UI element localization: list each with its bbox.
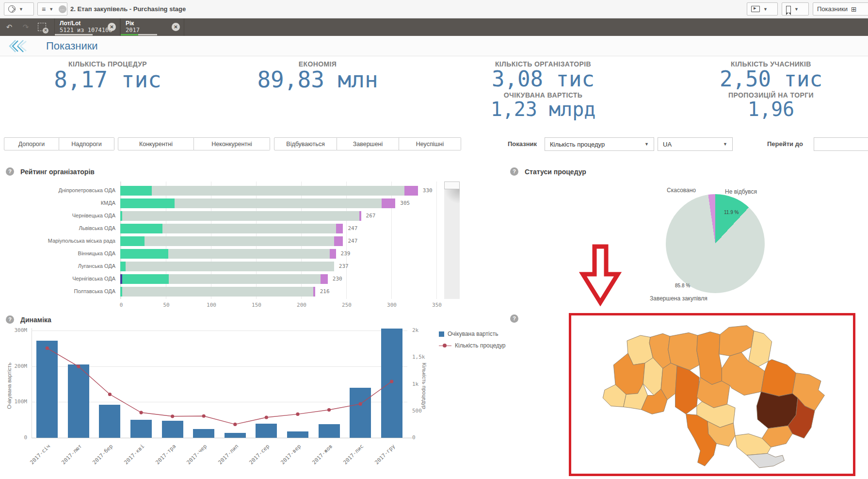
bar-segment-purple[interactable]	[404, 186, 418, 196]
combo-line-point	[327, 408, 331, 412]
rating-chart-scrollbar[interactable]	[444, 182, 460, 299]
bar[interactable]	[120, 236, 343, 246]
help-icon[interactable]: ?	[510, 314, 518, 323]
bar[interactable]	[120, 211, 361, 221]
clear-x-icon: ✕	[43, 28, 48, 33]
bar[interactable]	[120, 224, 343, 233]
x-axis-tick: 200	[296, 302, 307, 308]
x-axis-tick: 50	[161, 302, 172, 308]
bar-segment-green[interactable]	[120, 186, 152, 196]
filter-nadporohy[interactable]: Надпороги	[59, 137, 114, 150]
combo-bar[interactable]	[193, 429, 214, 438]
filter-nekonkurentni[interactable]: Неконкурентні	[194, 137, 270, 150]
region-select[interactable]: UA ▼	[658, 137, 733, 151]
legend-item-expected-value[interactable]: Очікувана вартість	[439, 330, 498, 337]
metric-select[interactable]: Кількість процедур ▼	[545, 137, 654, 151]
x-axis-label: 2017-кві	[116, 443, 146, 473]
combo-bar[interactable]	[68, 364, 89, 438]
selection-progress	[55, 34, 93, 35]
bar-segment-green[interactable]	[122, 274, 169, 284]
goto-input[interactable]	[814, 137, 868, 151]
combo-bar[interactable]	[256, 424, 277, 438]
left-axis-tick: 0	[4, 434, 27, 441]
bar[interactable]	[120, 274, 328, 284]
bar[interactable]	[120, 262, 334, 271]
storytelling-button[interactable]: ▼	[747, 2, 778, 16]
combo-bar[interactable]	[225, 433, 246, 438]
left-axis-tick: 100M	[4, 398, 27, 405]
pie-label-completed: Завершена закупівля	[650, 295, 707, 302]
x-axis-label: 2017-жов	[304, 443, 334, 473]
combo-bar[interactable]	[287, 431, 308, 438]
status-pie[interactable]	[666, 194, 765, 293]
filter-dopotohy[interactable]: Допороги	[4, 137, 59, 150]
bar-row-label: Чернігівська ОДА	[0, 276, 115, 281]
combo-line-point	[265, 415, 268, 419]
x-axis-label: 2017-гру	[366, 443, 396, 473]
combo-line-point	[233, 423, 237, 426]
map-region-kyivobl[interactable]	[697, 332, 722, 385]
bar-segment-green[interactable]	[120, 262, 126, 271]
bar-segment-purple[interactable]	[382, 198, 395, 208]
bar-segment-purple[interactable]	[313, 287, 315, 297]
filter-konkurentni[interactable]: Конкурентні	[118, 137, 194, 150]
selection-forward-icon[interactable]: ↷	[19, 21, 32, 33]
combo-bar[interactable]	[99, 405, 120, 438]
bar-segment-green[interactable]	[120, 249, 168, 259]
bookmarks-button[interactable]: ▼	[782, 2, 809, 16]
ukraine-choropleth-map[interactable]	[578, 318, 848, 473]
help-icon[interactable]: ?	[6, 167, 14, 176]
filter-neuspishni[interactable]: Неуспішні	[399, 137, 461, 150]
app-info-icon[interactable]: …	[59, 5, 66, 13]
remove-selection-icon[interactable]: ✕	[108, 23, 116, 31]
map-region-vinn[interactable]	[675, 366, 700, 414]
bar-segment-green[interactable]	[120, 198, 175, 208]
scrollbar-thumb[interactable]	[444, 182, 460, 189]
bar-segment-green[interactable]	[120, 211, 122, 221]
map-region-chernihiv[interactable]	[719, 326, 754, 356]
bar-segment-green[interactable]	[120, 236, 145, 246]
dynamics-chart-title: Динаміка	[20, 316, 51, 324]
bar-value: 216	[320, 288, 330, 295]
x-axis-tick: 150	[251, 302, 262, 308]
selection-field: Лот/Lot	[60, 20, 80, 27]
x-axis-label: 2017-вер	[273, 443, 303, 473]
x-axis-tick: 0	[115, 302, 127, 308]
combo-bar[interactable]	[381, 329, 402, 438]
bar[interactable]	[120, 186, 418, 196]
combo-bar[interactable]	[162, 421, 183, 438]
filter-vidbuvayutsya[interactable]: Відбуваються	[274, 137, 337, 150]
clear-selections-icon[interactable]: ✕	[38, 23, 46, 31]
legend-item-procedure-count[interactable]: Кількість процедур	[439, 342, 505, 349]
map-region-kharkiv[interactable]	[761, 360, 796, 396]
combo-bar[interactable]	[350, 388, 371, 438]
selection-back-icon[interactable]: ↶	[3, 21, 16, 33]
navigation-menu-button[interactable]: ▼	[4, 2, 34, 16]
filter-zaversheni[interactable]: Завершені	[337, 137, 399, 150]
bar[interactable]	[120, 287, 315, 297]
sheets-button[interactable]: Показники ⊞	[813, 2, 868, 16]
selection-chip-year[interactable]: Рік 2017 ✕	[120, 18, 184, 36]
bar[interactable]	[120, 249, 336, 259]
selection-progress	[138, 34, 157, 35]
remove-selection-icon[interactable]: ✕	[172, 23, 180, 31]
bar-segment-purple[interactable]	[336, 224, 343, 233]
help-icon[interactable]: ?	[510, 167, 518, 176]
bar-segment-purple[interactable]	[330, 249, 336, 259]
help-icon[interactable]: ?	[6, 315, 14, 324]
map-region-crimea[interactable]	[747, 453, 784, 467]
right-axis-tick: 2k	[412, 327, 418, 333]
bar-segment-green[interactable]	[120, 224, 162, 233]
combo-bar[interactable]	[36, 341, 58, 438]
scrollbar-shade	[444, 189, 460, 204]
bar-segment-purple[interactable]	[321, 274, 328, 284]
pie-pct-completed: 85.8 %	[675, 283, 690, 288]
grid-icon: ⊞	[851, 5, 857, 13]
selection-chip-lot[interactable]: Лот/Lot 5121 из 1074106 ✕	[54, 18, 120, 36]
combo-bar[interactable]	[319, 424, 340, 438]
bar[interactable]	[120, 198, 395, 208]
bar-segment-green[interactable]	[120, 287, 122, 297]
bar-segment-purple[interactable]	[359, 211, 361, 221]
bar-segment-purple[interactable]	[334, 236, 343, 246]
combo-bar[interactable]	[130, 420, 152, 438]
